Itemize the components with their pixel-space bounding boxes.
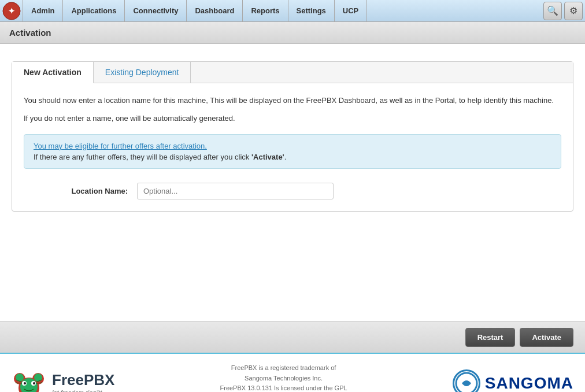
restart-button[interactable]: Restart — [465, 328, 516, 347]
nav-menu: Admin Applications Connectivity Dashboar… — [23, 0, 543, 21]
sangoma-brand: SANGOMA — [453, 369, 573, 392]
sangoma-name: SANGOMA — [485, 374, 573, 392]
page-title: Activation — [9, 28, 51, 38]
nav-item-dashboard[interactable]: Dashboard — [186, 0, 243, 21]
location-form-row: Location Name: — [24, 183, 561, 199]
info-text: If there are any futher offers, they wil… — [34, 153, 551, 161]
app-logo: ✦ — [2, 2, 21, 20]
tabs-header: New Activation Existing Deployment — [12, 62, 573, 83]
nav-item-reports[interactable]: Reports — [242, 0, 288, 21]
nav-item-applications[interactable]: Applications — [62, 0, 125, 21]
freepbx-brand: FreePBX let freedom ring™ — [12, 366, 114, 392]
footer-center-text: FreePBX is a registered trademark of San… — [220, 363, 347, 392]
action-bar: Restart Activate — [0, 321, 585, 353]
freepbx-name: FreePBX — [52, 371, 114, 389]
bottom-footer: FreePBX let freedom ring™ FreePBX is a r… — [0, 353, 585, 392]
tabs-body: You should now enter a location name for… — [12, 83, 573, 211]
offers-link[interactable]: You may be eligible for further offers a… — [34, 142, 551, 150]
description-text-2: If you do not enter a name, one will be … — [24, 113, 561, 125]
activate-button[interactable]: Activate — [520, 328, 573, 347]
nav-item-settings[interactable]: Settings — [288, 0, 335, 21]
nav-item-ucp[interactable]: UCP — [334, 0, 367, 21]
freepbx-text: FreePBX let freedom ring™ — [52, 371, 114, 392]
tabs-container: New Activation Existing Deployment You s… — [12, 61, 573, 212]
freepbx-tagline: let freedom ring™ — [52, 389, 114, 392]
freepbx-logo-icon — [12, 366, 46, 392]
search-button[interactable]: 🔍 — [543, 2, 562, 20]
tab-new-activation[interactable]: New Activation — [12, 62, 94, 83]
location-input[interactable] — [137, 183, 334, 199]
main-container: Activation New Activation Existing Deplo… — [0, 22, 585, 353]
svg-point-11 — [33, 382, 35, 384]
svg-text:✦: ✦ — [8, 6, 15, 16]
page-header: Activation — [0, 22, 585, 44]
tab-existing-deployment[interactable]: Existing Deployment — [94, 62, 191, 83]
nav-item-connectivity[interactable]: Connectivity — [124, 0, 187, 21]
nav-icon-group: 🔍 ⚙ — [543, 2, 583, 20]
sangoma-logo-icon — [453, 369, 480, 392]
svg-point-10 — [24, 382, 26, 384]
location-label: Location Name: — [24, 187, 128, 195]
info-box: You may be eligible for further offers a… — [24, 134, 561, 169]
top-navigation: ✦ Admin Applications Connectivity Dashbo… — [0, 0, 585, 22]
content-area: New Activation Existing Deployment You s… — [0, 44, 585, 321]
description-text-1: You should now enter a location name for… — [24, 95, 561, 107]
settings-button[interactable]: ⚙ — [564, 2, 583, 20]
nav-item-admin[interactable]: Admin — [23, 0, 63, 21]
